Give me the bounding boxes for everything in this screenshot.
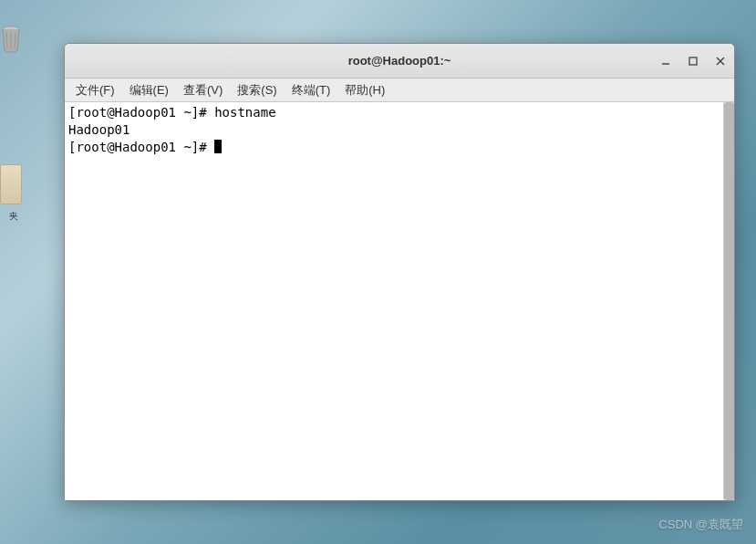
trash-icon — [0, 26, 22, 53]
svg-rect-5 — [689, 58, 697, 65]
menu-terminal[interactable]: 终端(T) — [285, 79, 338, 101]
menu-help[interactable]: 帮助(H) — [337, 79, 392, 101]
minimize-icon — [660, 56, 671, 67]
maximize-icon — [688, 56, 699, 67]
menu-search[interactable]: 搜索(S) — [230, 79, 284, 101]
folder-desktop-icon[interactable]: 夹 — [0, 164, 27, 223]
watermark: CSDN @袁既望 — [658, 517, 743, 533]
menubar: 文件(F) 编辑(E) 查看(V) 搜索(S) 终端(T) 帮助(H) — [65, 78, 734, 102]
scroll-thumb[interactable] — [724, 102, 734, 500]
window-controls — [659, 55, 727, 68]
terminal-line: [root@Hadoop01 ~]# — [68, 139, 730, 156]
close-button[interactable] — [714, 55, 727, 68]
terminal-window: root@Hadoop01:~ 文件(F) 编辑(E) 查看( — [64, 43, 735, 501]
scrollbar[interactable] — [723, 102, 734, 500]
terminal-line: [root@Hadoop01 ~]# hostname — [68, 104, 730, 121]
terminal-line: Hadoop01 — [68, 121, 730, 139]
prompt-text: [root@Hadoop01 ~]# — [68, 140, 214, 154]
titlebar[interactable]: root@Hadoop01:~ — [65, 44, 734, 78]
maximize-button[interactable] — [687, 55, 699, 68]
cursor-icon — [214, 140, 222, 153]
menu-view[interactable]: 查看(V) — [176, 79, 230, 101]
terminal-area[interactable]: [root@Hadoop01 ~]# hostname Hadoop01 [ro… — [65, 102, 734, 500]
trash-desktop-icon[interactable] — [0, 26, 27, 57]
menu-edit[interactable]: 编辑(E) — [122, 79, 176, 101]
menu-file[interactable]: 文件(F) — [68, 79, 122, 101]
close-icon — [715, 56, 726, 67]
window-title: root@Hadoop01:~ — [348, 54, 451, 68]
folder-icon — [0, 164, 22, 204]
minimize-button[interactable] — [659, 55, 672, 68]
folder-label: 夹 — [0, 210, 27, 223]
